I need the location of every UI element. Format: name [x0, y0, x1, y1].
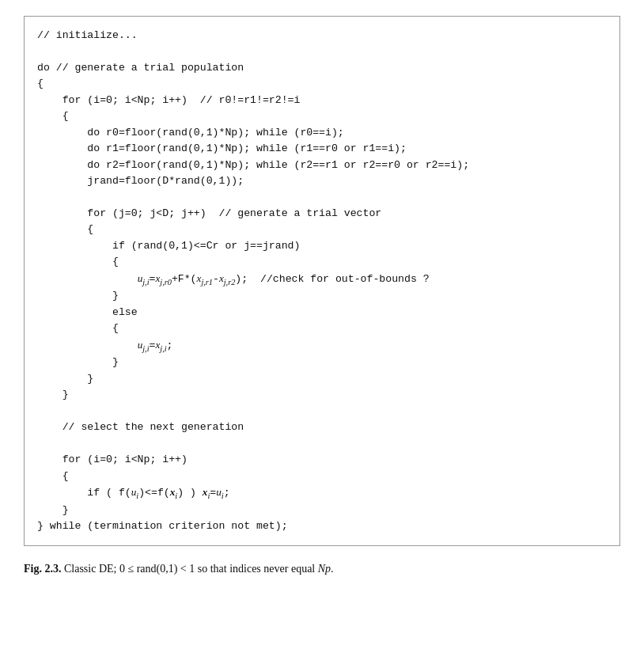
- caption-label: Fig. 2.3.: [24, 563, 61, 575]
- figure-caption: Fig. 2.3. Classic DE; 0 ≤ rand(0,1) < 1 …: [24, 560, 620, 577]
- code-content: // initialize... do // generate a trial …: [37, 28, 607, 534]
- code-block: // initialize... do // generate a trial …: [24, 16, 620, 546]
- caption-italic-np: Np: [318, 563, 331, 575]
- caption-text: Classic DE; 0 ≤ rand(0,1) < 1 so that in…: [64, 563, 334, 575]
